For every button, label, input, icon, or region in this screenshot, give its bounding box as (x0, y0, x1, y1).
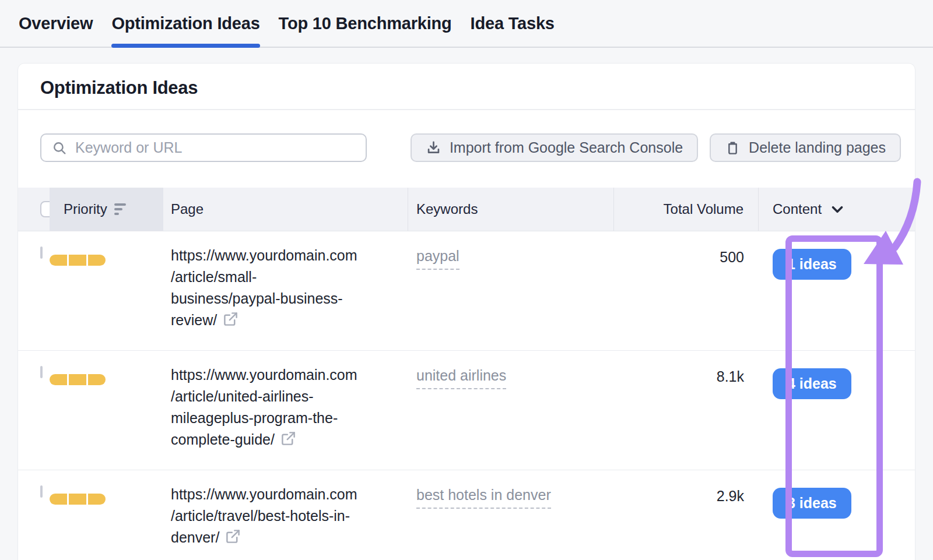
priority-indicator-high (50, 255, 163, 266)
page-url: https://www.yourdomain.com /article/trav… (171, 486, 357, 545)
ideas-button[interactable]: 3 ideas (773, 488, 851, 519)
delete-landing-pages-label: Delete landing pages (749, 139, 886, 156)
content-header-label: Content (773, 201, 822, 217)
column-header-page: Page (163, 188, 408, 231)
row-checkbox[interactable] (40, 485, 43, 498)
optimization-ideas-card: Optimization Ideas Import from Google Se… (17, 63, 916, 560)
keyword-link[interactable]: united airlines (416, 367, 506, 389)
ideas-button[interactable]: 1 ideas (773, 249, 851, 280)
column-header-content[interactable]: Content (759, 188, 915, 231)
page-url: https://www.yourdomain.com /article/smal… (171, 247, 357, 328)
sort-descending-icon (114, 203, 127, 215)
external-link-icon[interactable] (225, 529, 241, 550)
import-gsc-label: Import from Google Search Console (450, 139, 683, 156)
keyword-link[interactable]: best hotels in denver (416, 487, 551, 509)
page-url: https://www.yourdomain.com /article/unit… (171, 367, 357, 448)
priority-indicator-high (50, 494, 163, 505)
column-header-total-volume: Total Volume (614, 188, 759, 231)
table-row: https://www.yourdomain.com /article/unit… (18, 351, 915, 470)
keyword-link[interactable]: paypal (416, 248, 460, 270)
download-icon (426, 140, 441, 156)
column-header-keywords: Keywords (408, 188, 614, 231)
card-header: Optimization Ideas (18, 64, 915, 110)
tab-top-10-benchmarking[interactable]: Top 10 Benchmarking (279, 0, 452, 47)
tab-idea-tasks[interactable]: Idea Tasks (471, 0, 555, 47)
toolbar-buttons: Import from Google Search Console Delete… (411, 133, 901, 162)
search-icon (52, 140, 67, 156)
search-input[interactable] (75, 139, 355, 156)
page-title: Optimization Ideas (40, 78, 893, 98)
total-volume-value: 500 (720, 249, 744, 266)
tab-overview[interactable]: Overview (19, 0, 93, 47)
chevron-down-icon (831, 205, 844, 214)
delete-landing-pages-button[interactable]: Delete landing pages (710, 133, 901, 162)
table-row: https://www.yourdomain.com /article/smal… (18, 231, 915, 351)
column-header-priority[interactable]: Priority (50, 188, 163, 231)
priority-indicator-high (50, 374, 163, 385)
ideas-button[interactable]: 4 ideas (773, 368, 851, 399)
total-volume-value: 2.9k (717, 488, 744, 505)
row-checkbox[interactable] (40, 366, 43, 378)
import-gsc-button[interactable]: Import from Google Search Console (411, 133, 698, 162)
table-header: Priority Page Keywords Total Volume Cont… (18, 188, 915, 231)
external-link-icon[interactable] (280, 431, 296, 452)
total-volume-value: 8.1k (717, 368, 744, 385)
row-checkbox[interactable] (40, 246, 43, 259)
trash-icon (725, 140, 741, 156)
table-row: https://www.yourdomain.com /article/trav… (18, 470, 915, 560)
toolbar: Import from Google Search Console Delete… (18, 110, 915, 188)
tab-bar: Overview Optimization Ideas Top 10 Bench… (0, 0, 933, 48)
tab-optimization-ideas[interactable]: Optimization Ideas (111, 0, 259, 47)
priority-header-label: Priority (64, 201, 107, 217)
search-box[interactable] (40, 133, 367, 162)
external-link-icon[interactable] (223, 311, 238, 333)
